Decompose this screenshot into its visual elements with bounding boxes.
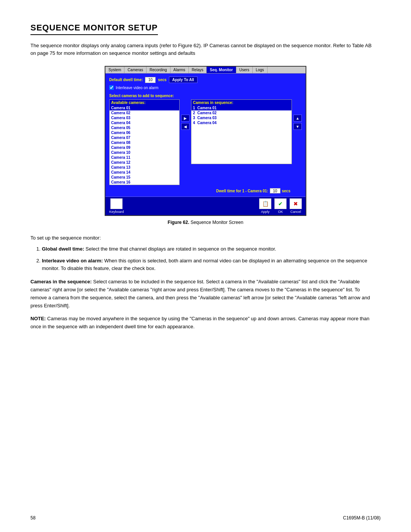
available-cam-04[interactable]: Camera 04: [110, 120, 179, 125]
available-cam-02[interactable]: Camera 02: [110, 110, 179, 115]
available-cam-14[interactable]: Camera 14: [110, 170, 179, 175]
tab-seq-monitor[interactable]: Seq. Monitor: [207, 67, 236, 73]
dwell-time-unit: secs: [282, 189, 290, 193]
tab-relays[interactable]: Relays: [189, 67, 207, 73]
available-cam-13[interactable]: Camera 13: [110, 165, 179, 170]
tab-users[interactable]: Users: [236, 67, 253, 73]
available-cam-05[interactable]: Camera 05: [110, 125, 179, 130]
cancel-button-group[interactable]: ✖ Cancel: [290, 198, 302, 214]
seq-cam-04[interactable]: 4Camera 04: [191, 120, 292, 125]
available-cam-11[interactable]: Camera 11: [110, 155, 179, 160]
tab-alarms[interactable]: Alarms: [170, 67, 189, 73]
seq-cam-03[interactable]: 3Camera 03: [191, 115, 292, 120]
sequence-cameras-box: Cameras in sequence: 1Camera 01 2Camera …: [191, 99, 292, 164]
cancel-icon: ✖: [290, 198, 302, 209]
seq-cam-01[interactable]: 1Camera 01: [191, 105, 292, 110]
tab-recording[interactable]: Recording: [147, 67, 170, 73]
body-text: To set up the sequence monitor: Global d…: [30, 234, 373, 273]
dwell-time-input[interactable]: [270, 188, 280, 193]
dwell-time-row: Dwell time for 1 - Camera 01: secs: [109, 188, 302, 193]
updown-col: ▲ ▼: [293, 99, 302, 130]
figure-caption: Figure 62. Sequence Monitor Screen: [30, 220, 381, 225]
dwell-time-label: Dwell time for 1 - Camera 01:: [216, 189, 268, 193]
available-cam-01[interactable]: Camera 01: [110, 105, 179, 110]
step-1: Global dwell time: Select the time that …: [42, 245, 373, 253]
screen-mockup: System Cameras Recording Alarms Relays S…: [105, 66, 306, 216]
available-cam-16[interactable]: Camera 16: [110, 180, 179, 185]
available-cam-07[interactable]: Camera 07: [110, 135, 179, 140]
interleave-checkbox[interactable]: [109, 85, 114, 90]
cameras-in-sequence-text: Cameras in the sequence: Select cameras …: [30, 278, 373, 310]
available-cam-08[interactable]: Camera 08: [110, 140, 179, 145]
seq-cam-02[interactable]: 2Camera 02: [191, 110, 292, 115]
available-cam-06[interactable]: Camera 06: [110, 130, 179, 135]
keyboard-label: Keyboard: [109, 210, 124, 214]
keyboard-icon: ⌨: [110, 198, 123, 209]
tab-system[interactable]: System: [105, 67, 124, 73]
dwell-unit: secs: [158, 78, 166, 82]
available-cam-12[interactable]: Camera 12: [110, 160, 179, 165]
select-cameras-label: Select cameras to add to sequence:: [109, 94, 302, 98]
dwell-input[interactable]: [145, 77, 156, 83]
cameras-section: Select cameras to add to sequence: Avail…: [109, 94, 302, 185]
tab-logs[interactable]: Logs: [253, 67, 268, 73]
ok-button-group[interactable]: ✔ OK: [274, 198, 287, 214]
tab-bar: System Cameras Recording Alarms Relays S…: [105, 67, 306, 73]
bottom-bar: ⌨ Keyboard 📋 Apply ✔ OK ✖ Cancel: [105, 197, 306, 215]
screen-inner: Default dwell time: secs Apply To All In…: [105, 73, 306, 197]
apply-icon: 📋: [259, 198, 271, 209]
apply-label: Apply: [261, 210, 270, 214]
interleave-label: Interleave video on alarm: [116, 86, 158, 90]
intro-text: The sequence monitor displays only analo…: [30, 42, 373, 57]
note-text: NOTE: Cameras may be moved anywhere in t…: [30, 315, 373, 331]
bottom-right-buttons: 📋 Apply ✔ OK ✖ Cancel: [259, 198, 302, 214]
available-cam-09[interactable]: Camera 09: [110, 145, 179, 150]
available-cam-15[interactable]: Camera 15: [110, 175, 179, 180]
tab-cameras[interactable]: Cameras: [124, 67, 147, 73]
cancel-label: Cancel: [290, 210, 301, 214]
cameras-layout: Available cameras: Camera 01 Camera 02 C…: [109, 99, 302, 185]
move-down-button[interactable]: ▼: [293, 123, 302, 130]
available-cameras-box: Available cameras: Camera 01 Camera 02 C…: [109, 99, 180, 185]
available-cam-03[interactable]: Camera 03: [110, 115, 179, 120]
step-2: Interleave video on alarm: When this opt…: [42, 257, 373, 273]
available-cam-10[interactable]: Camera 10: [110, 150, 179, 155]
move-left-button[interactable]: ◀: [181, 123, 190, 130]
setup-intro: To set up the sequence monitor:: [30, 234, 373, 242]
sequence-cameras-header: Cameras in sequence:: [191, 100, 292, 105]
apply-button-group[interactable]: 📋 Apply: [259, 198, 271, 214]
ok-label: OK: [278, 210, 283, 214]
arrows-col: ▶ ◀: [181, 99, 190, 130]
page-footer: 58 C1695M-B (11/08): [30, 515, 381, 521]
dwell-label: Default dwell time:: [109, 78, 143, 82]
dwell-row: Default dwell time: secs Apply To All: [109, 77, 302, 83]
page-title: Sequence Monitor Setup: [30, 23, 158, 35]
available-cameras-header: Available cameras:: [110, 100, 179, 105]
footer-doc-id: C1695M-B (11/08): [343, 515, 381, 521]
footer-page-number: 58: [30, 515, 35, 521]
keyboard-button-group[interactable]: ⌨ Keyboard: [109, 198, 124, 214]
ok-icon: ✔: [274, 198, 287, 209]
interleave-row: Interleave video on alarm: [109, 85, 302, 90]
steps-list: Global dwell time: Select the time that …: [42, 245, 373, 273]
move-right-button[interactable]: ▶: [181, 115, 190, 121]
move-up-button[interactable]: ▲: [293, 115, 302, 121]
apply-all-button[interactable]: Apply To All: [169, 77, 198, 83]
